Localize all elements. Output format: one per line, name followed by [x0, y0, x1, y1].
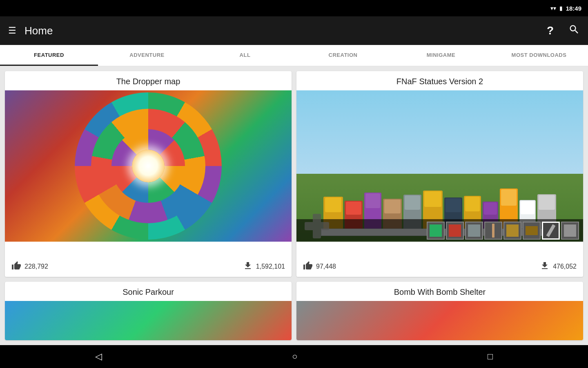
card-fnaf-footer: 97,448 476,052	[296, 257, 583, 277]
card-fnaf[interactable]: FNaF Statues Version 2	[296, 71, 583, 277]
download-icon	[243, 261, 253, 273]
search-icon[interactable]	[568, 24, 580, 38]
card-dropper-footer: 228,792 1,592,101	[5, 257, 292, 277]
tab-featured[interactable]: FEATURED	[0, 45, 98, 66]
like-icon	[11, 261, 21, 273]
fnaf-like-count: 97,448	[316, 263, 336, 270]
tab-all[interactable]: ALL	[196, 45, 294, 66]
dropper-like-count: 228,792	[24, 263, 48, 270]
card-sonic[interactable]: Sonic Parkour	[5, 282, 292, 341]
content-area: The Dropper map 228,792	[0, 66, 588, 345]
card-sonic-title: Sonic Parkour	[5, 282, 292, 301]
tab-minigame[interactable]: MINIGAME	[392, 45, 490, 66]
help-icon[interactable]: ?	[547, 24, 554, 37]
card-fnaf-image	[296, 90, 583, 257]
card-bomb[interactable]: Bomb With Bomb Shelter	[296, 282, 583, 341]
bottom-nav: ◁ ○ □	[0, 345, 588, 368]
dropper-likes: 228,792	[11, 261, 48, 273]
menu-icon[interactable]: ☰	[8, 25, 16, 36]
wifi-icon: ▾▾	[550, 5, 556, 11]
fnaf-download-icon	[540, 261, 550, 273]
app-bar: ☰ Home ?	[0, 16, 588, 45]
card-bomb-title: Bomb With Bomb Shelter	[296, 282, 583, 301]
recents-button[interactable]: □	[488, 351, 493, 362]
card-dropper[interactable]: The Dropper map 228,792	[5, 71, 292, 277]
status-bar: ▾▾ ▮ 18:49	[0, 0, 588, 16]
status-time: 18:49	[566, 5, 581, 12]
tab-creation[interactable]: CREATION	[294, 45, 392, 66]
app-title: Home	[24, 25, 539, 37]
card-dropper-title: The Dropper map	[5, 71, 292, 90]
back-button[interactable]: ◁	[95, 351, 102, 362]
dropper-download-count: 1,592,101	[256, 263, 285, 270]
tab-bar: FEATURED ADVENTURE ALL CREATION MINIGAME…	[0, 45, 588, 66]
fnaf-likes: 97,448	[303, 261, 336, 273]
fnaf-downloads: 476,052	[540, 261, 577, 273]
tab-most-downloads[interactable]: MOST DOWNLOADS	[490, 45, 588, 66]
card-dropper-image	[5, 90, 292, 257]
fnaf-download-count: 476,052	[553, 263, 577, 270]
dropper-downloads: 1,592,101	[243, 261, 285, 273]
battery-icon: ▮	[559, 5, 563, 11]
home-button[interactable]: ○	[292, 351, 297, 362]
fnaf-like-icon	[303, 261, 313, 273]
tab-adventure[interactable]: ADVENTURE	[98, 45, 196, 66]
card-fnaf-title: FNaF Statues Version 2	[296, 71, 583, 90]
